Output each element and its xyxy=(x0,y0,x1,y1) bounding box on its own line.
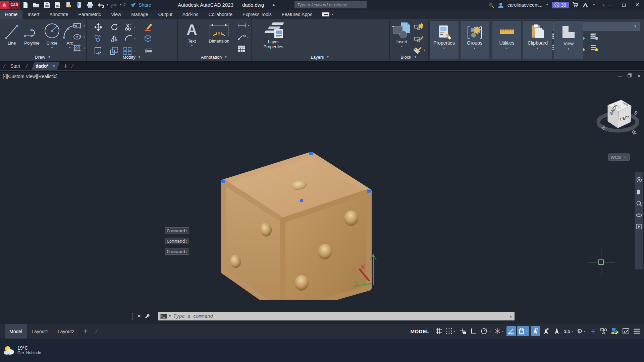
ortho-toggle[interactable] xyxy=(469,326,478,336)
mirror-button[interactable] xyxy=(110,35,118,43)
layer-properties-button[interactable]: Layer Properties xyxy=(259,22,288,49)
rotate-button[interactable] xyxy=(110,23,118,31)
polar-tracking-toggle[interactable]: ▾ xyxy=(480,326,492,336)
account-avatar-icon[interactable] xyxy=(497,2,504,8)
viewport-controls-label[interactable]: [-][Custom View][Realistic] xyxy=(3,74,57,79)
viewport-restore-icon[interactable] xyxy=(628,73,632,78)
object-snap-toggle[interactable]: ▾ xyxy=(517,326,529,336)
zoom-icon[interactable] xyxy=(636,201,642,206)
leader-dropdown-icon[interactable]: ▾ xyxy=(247,36,249,39)
osnap-tracking-toggle[interactable] xyxy=(506,326,516,336)
trial-countdown-badge[interactable]: 30 xyxy=(552,2,569,8)
dimension-button[interactable]: Dimension xyxy=(203,22,235,44)
panel-block-label[interactable]: Block▼ xyxy=(390,53,428,61)
explode-button[interactable] xyxy=(143,34,153,43)
save-icon[interactable] xyxy=(43,1,51,9)
fillet-dropdown-icon[interactable]: ▾ xyxy=(134,37,136,40)
help-search-input[interactable]: Type a keyword or phrase xyxy=(294,1,367,8)
cart-icon[interactable] xyxy=(572,2,579,8)
tab-layout2[interactable]: Layout2 xyxy=(53,324,79,339)
hatch-button[interactable]: ▾ xyxy=(73,44,86,52)
trim-button[interactable]: ▾ xyxy=(124,23,136,31)
polar-dropdown-icon[interactable]: ▾ xyxy=(489,330,491,333)
panel-groups[interactable]: Groups ▼ xyxy=(460,20,489,59)
layer-dropdown-caret-icon[interactable]: ▼ xyxy=(634,24,637,28)
table-button[interactable] xyxy=(237,45,246,52)
autocad-logo-cad[interactable]: CAD xyxy=(9,1,20,9)
print-icon[interactable] xyxy=(86,1,94,9)
dynamic-input-toggle[interactable] xyxy=(458,326,468,336)
layer-match-icon[interactable] xyxy=(590,33,598,39)
nav-wheel-icon[interactable] xyxy=(636,177,642,183)
panel-annotation-label[interactable]: Annotation▼ xyxy=(178,53,251,61)
line-button[interactable]: Line xyxy=(3,22,20,46)
command-close-icon[interactable]: ✕ xyxy=(137,313,141,319)
command-window-grip[interactable]: ✕ xyxy=(130,311,158,321)
attributes-dropdown-icon[interactable]: ▾ xyxy=(424,49,425,52)
tab-model[interactable]: Model xyxy=(5,324,27,339)
navigation-bar[interactable] xyxy=(635,172,643,269)
edit-attributes-button[interactable]: ▾ xyxy=(413,46,426,54)
snap-toggle[interactable]: ▾ xyxy=(445,326,457,336)
annotation-scale-icon[interactable] xyxy=(552,326,561,336)
isolate-objects-button[interactable]: + xyxy=(588,326,598,336)
osnap-dropdown-icon[interactable]: ▾ xyxy=(526,330,528,333)
autodesk-logo-icon[interactable] xyxy=(582,2,589,8)
tab-output[interactable]: Output xyxy=(153,10,177,19)
viewcube[interactable]: N S W TOP BACK LEFT xyxy=(594,93,644,143)
groups-expand-icon[interactable]: ▼ xyxy=(473,47,476,50)
viewport-minimize-icon[interactable]: — xyxy=(618,73,622,78)
fillet-button[interactable]: ▾ xyxy=(124,35,136,42)
dice-3d-model[interactable] xyxy=(201,105,389,300)
tab-addins[interactable]: Add-ins xyxy=(177,10,203,19)
minimize-button[interactable]: — xyxy=(604,0,617,10)
insert-dropdown-icon[interactable]: ▾ xyxy=(401,45,402,48)
circle-dropdown-icon[interactable]: ▾ xyxy=(51,46,53,49)
new-layout-button[interactable]: + xyxy=(79,324,93,339)
tab-manage[interactable]: Manage xyxy=(126,10,153,19)
linear-dimension-button[interactable]: ▾ xyxy=(237,23,250,28)
viewport-close-icon[interactable]: ✕ xyxy=(637,73,641,78)
tab-express-tools[interactable]: Express Tools xyxy=(237,10,277,19)
panel-draw-label[interactable]: Draw▼ xyxy=(0,53,86,61)
insert-block-button[interactable]: Insert ▾ xyxy=(392,22,412,48)
autodesk-dropdown-icon[interactable]: ▾ xyxy=(593,3,595,6)
tab-collaborate[interactable]: Collaborate xyxy=(203,10,237,19)
layer-paint-icon[interactable] xyxy=(590,45,598,51)
tab-insert[interactable]: Insert xyxy=(22,10,44,19)
grid-toggle[interactable] xyxy=(434,326,443,336)
account-name[interactable]: carolinacvicent... xyxy=(507,2,542,8)
circle-button[interactable]: Circle ▾ xyxy=(44,22,60,49)
array-dropdown-icon[interactable]: ▾ xyxy=(133,50,135,53)
isodraft-dropdown-icon[interactable]: ▾ xyxy=(502,330,503,333)
copy-button[interactable] xyxy=(94,35,102,43)
isodraft-toggle[interactable]: ▾ xyxy=(494,326,505,336)
tab-dado[interactable]: dado* ✕ xyxy=(32,62,59,70)
open-folder-icon[interactable] xyxy=(32,1,41,9)
panel-layers-label[interactable]: Layers▼ xyxy=(252,53,389,61)
text-dropdown-icon[interactable]: ▾ xyxy=(191,44,193,47)
account-dropdown-icon[interactable]: ▾ xyxy=(546,3,548,6)
redo-dropdown-icon[interactable]: ▾ xyxy=(120,3,121,6)
panel-clipboard[interactable]: Clipboard ▼ xyxy=(523,20,552,59)
scale-value[interactable]: 1:1 ▾ xyxy=(563,326,575,336)
tab-parametric[interactable]: Parametric xyxy=(73,10,106,19)
erase-button[interactable] xyxy=(143,23,153,31)
hatch-dropdown-icon[interactable]: ▾ xyxy=(84,47,85,50)
snap-dropdown-icon[interactable]: ▾ xyxy=(454,330,455,333)
command-expand-icon[interactable]: ▲ xyxy=(509,314,513,318)
scale-dropdown-icon[interactable]: ▾ xyxy=(572,330,573,333)
utilities-expand-icon[interactable]: ▼ xyxy=(505,47,508,50)
tab-annotate[interactable]: Annotate xyxy=(44,10,73,19)
restore-button[interactable] xyxy=(617,0,631,10)
redo-icon[interactable] xyxy=(110,1,118,9)
wcs-dropdown[interactable]: WCS ▼ xyxy=(608,154,630,161)
edit-block-button[interactable] xyxy=(414,35,423,43)
text-button[interactable]: A Text ▾ xyxy=(183,22,201,47)
workspace-settings-button[interactable]: ⚙ ▾ xyxy=(576,326,587,336)
weather-widget[interactable]: 19°C Ger. Nublado xyxy=(3,345,41,355)
ellipse-dropdown-icon[interactable]: ▾ xyxy=(84,36,85,39)
trim-dropdown-icon[interactable]: ▾ xyxy=(134,26,136,29)
clipboard-expand-icon[interactable]: ▼ xyxy=(536,47,539,50)
customization-menu-button[interactable] xyxy=(632,326,641,336)
